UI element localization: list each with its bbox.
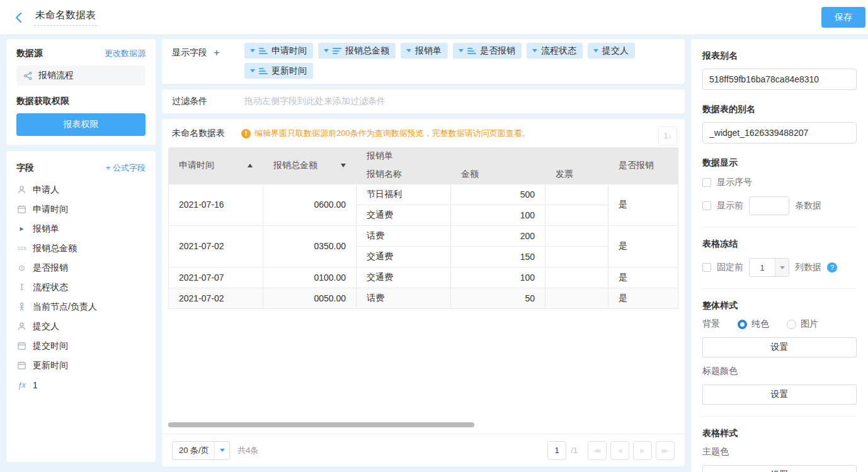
- total-count-text: 共4条: [237, 445, 258, 456]
- entry-invoice-cell: [545, 288, 608, 308]
- chevron-down-icon[interactable]: [324, 49, 329, 52]
- help-icon[interactable]: ?: [827, 262, 837, 273]
- datasource-item[interactable]: 报销流程: [16, 65, 146, 86]
- field-item-applicant[interactable]: 申请人: [16, 180, 146, 199]
- field-item-apply-time[interactable]: 申请时间: [16, 199, 146, 219]
- back-icon[interactable]: [11, 11, 25, 25]
- horizontal-scrollbar: [168, 422, 678, 427]
- theme-color-label: 主题色: [702, 446, 857, 458]
- bg-solid-radio[interactable]: 纯色: [738, 318, 769, 330]
- field-item-submit-time[interactable]: 提交时间: [16, 336, 146, 356]
- field-item-flow-status[interactable]: I 流程状态: [16, 278, 146, 297]
- total-cell: 0350.00: [263, 225, 357, 267]
- entry-amount-cell: 50: [451, 288, 545, 308]
- show-index-label: 显示序号: [717, 177, 752, 188]
- radio-selected-icon: [738, 320, 747, 329]
- data-display-title: 数据显示: [702, 157, 857, 169]
- formula-icon: ƒx: [16, 381, 27, 390]
- col-header-reimburse-group: 报销单: [357, 147, 608, 165]
- show-top-checkbox[interactable]: [702, 201, 711, 210]
- chevron-down-icon[interactable]: [250, 69, 255, 72]
- show-index-checkbox[interactable]: [702, 178, 711, 187]
- col-header-total-amount[interactable]: 报销总金额: [263, 147, 357, 184]
- prev-page-button[interactable]: ◀: [610, 441, 629, 460]
- field-item-is-reimbursed[interactable]: ⊙ 是否报销: [16, 258, 146, 278]
- first-page-button[interactable]: ◀◀: [588, 441, 607, 460]
- table-row: 2021-07-02 0050.00 话费 50 是: [169, 288, 678, 308]
- entry-invoice-cell: [545, 225, 608, 246]
- report-alias-input[interactable]: [702, 69, 857, 90]
- page-number-input[interactable]: [547, 441, 566, 460]
- background-label: 背景: [702, 318, 720, 330]
- show-top-count-input[interactable]: [749, 196, 789, 215]
- bg-image-radio[interactable]: 图片: [787, 318, 818, 330]
- chevron-down-icon[interactable]: [406, 49, 411, 52]
- chip-reimburse-form[interactable]: 报销单: [401, 43, 448, 59]
- next-page-button[interactable]: ▶: [633, 441, 652, 460]
- col-header-name: 报销名称: [357, 165, 451, 184]
- chip-total-amount[interactable]: 报销总金额: [318, 43, 396, 59]
- field-item-submitter[interactable]: 提交人: [16, 317, 146, 336]
- sort-asc-icon: [259, 68, 268, 74]
- chevron-down-icon[interactable]: [532, 49, 537, 52]
- table-row: 2021-07-02 0350.00 话费 200 是: [169, 225, 678, 246]
- chevron-down-icon[interactable]: [250, 49, 255, 52]
- col-header-invoice: 发票: [545, 165, 608, 184]
- chevron-down-icon[interactable]: [593, 49, 598, 52]
- chevron-down-icon: [775, 259, 789, 276]
- display-fields-card: 显示字段 + 申请时间 报销总金额 报销单 是否报销: [162, 39, 685, 84]
- last-page-button[interactable]: ▶▶: [656, 441, 675, 460]
- theme-color-set-button[interactable]: 设置: [702, 465, 857, 472]
- table-alias-input[interactable]: [702, 122, 857, 143]
- col-header-apply-time[interactable]: 申请时间: [169, 147, 263, 184]
- change-datasource-link[interactable]: 更改数据源: [105, 48, 146, 59]
- display-field-chips: 申请时间 报销总金额 报销单 是否报销 流程状态 提交: [244, 43, 675, 79]
- background-set-button[interactable]: 设置: [702, 337, 857, 357]
- total-cell: 0050.00: [263, 288, 357, 308]
- date-cell: 2021-07-16: [169, 184, 263, 225]
- preview-notice: ! 编辑界面只取数据源前200条作为查询数据预览，完整数据请访问页面查看。: [241, 128, 530, 139]
- reimbursed-cell: 是: [608, 184, 678, 225]
- table-alias-label: 数据表的别名: [702, 104, 857, 115]
- page-title[interactable]: 未命名数据表: [34, 9, 97, 26]
- entry-name-cell: 交通费: [357, 246, 451, 267]
- field-item-current-node[interactable]: 当前节点/负责人: [16, 297, 146, 317]
- freeze-prefix: 固定前: [717, 262, 743, 273]
- preview-table: 申请时间 报销总金额 报销单 是否报销 报销名称 金额 发票 2021-07-1…: [168, 147, 678, 309]
- left-sidebar: 数据源 更改数据源 报销流程 数据获取权限 报表权限 字段 + 公式字段 申请人…: [6, 39, 156, 462]
- sort-order-icon[interactable]: 1↓: [658, 126, 677, 145]
- chip-flow-status[interactable]: 流程状态: [527, 43, 583, 59]
- chip-is-reimbursed[interactable]: 是否报销: [453, 43, 522, 59]
- calendar-icon: [16, 205, 27, 214]
- chip-apply-time[interactable]: 申请时间: [244, 43, 313, 59]
- entry-name-cell: 交通费: [357, 205, 451, 225]
- save-button[interactable]: 保存: [821, 7, 865, 28]
- entry-invoice-cell: [545, 205, 608, 225]
- chip-submitter[interactable]: 提交人: [588, 43, 635, 59]
- title-color-set-button[interactable]: 设置: [702, 385, 857, 405]
- report-permission-button[interactable]: 报表权限: [16, 113, 146, 136]
- chevron-down-icon[interactable]: [459, 49, 464, 52]
- number-icon: 123: [16, 245, 27, 251]
- reimbursed-cell: 是: [608, 288, 678, 308]
- show-top-prefix: 显示前: [717, 200, 743, 211]
- field-item-reimburse-form[interactable]: ▶ 报销单: [16, 219, 146, 239]
- calendar-icon: [16, 361, 27, 370]
- overall-style-title: 整体样式: [702, 300, 857, 312]
- scrollbar-thumb[interactable]: [168, 422, 474, 427]
- add-display-field-icon[interactable]: +: [214, 47, 220, 58]
- freeze-count-select[interactable]: 1: [749, 258, 789, 277]
- field-item-total-amount[interactable]: 123 报销总金额: [16, 239, 146, 258]
- freeze-checkbox[interactable]: [702, 263, 711, 272]
- field-item-formula-1[interactable]: ƒx 1: [16, 375, 146, 395]
- report-alias-label: 报表别名: [702, 50, 857, 62]
- entry-invoice-cell: [545, 184, 608, 205]
- filter-dropzone[interactable]: 拖动左侧字段到此处来添加过滤条件: [244, 96, 385, 107]
- chip-update-time[interactable]: 更新时间: [244, 63, 313, 79]
- datasource-item-label: 报销流程: [38, 70, 74, 81]
- add-formula-field-link[interactable]: + 公式字段: [106, 162, 146, 174]
- field-item-update-time[interactable]: 更新时间: [16, 356, 146, 375]
- expand-icon[interactable]: ▶: [16, 226, 27, 232]
- page-size-select[interactable]: 20 条/页: [172, 441, 230, 460]
- sort-asc-caret-icon: [248, 164, 253, 167]
